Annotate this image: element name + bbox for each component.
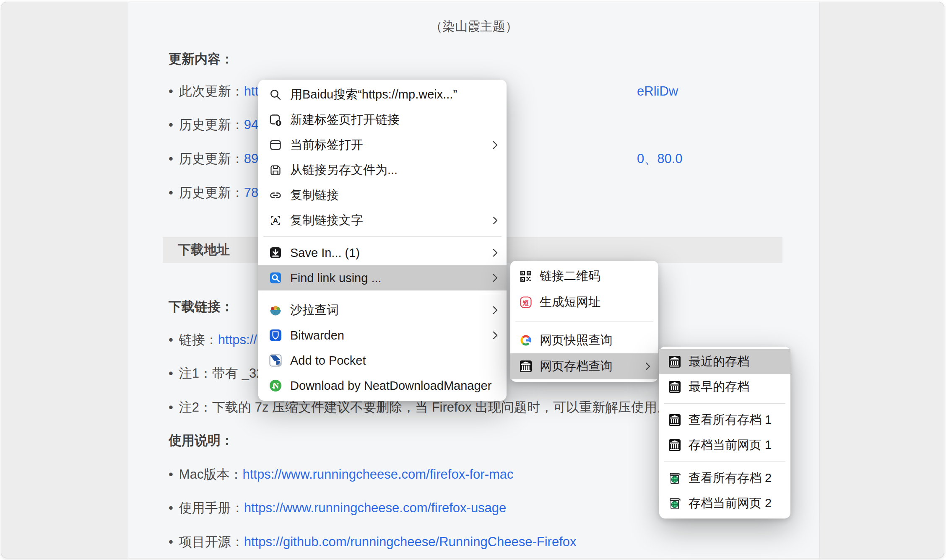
link-icon xyxy=(268,188,283,202)
history-89-link-fragment[interactable]: 0、80.0 xyxy=(637,150,683,168)
internet-archive-icon xyxy=(668,380,682,394)
usage-manual-link[interactable]: https://www.runningcheese.com/firefox-us… xyxy=(244,500,506,515)
archive-submenu: 最近的存档 最早的存档 查看所有存档 1 存档当前网页 1 查看所有存档 2 存… xyxy=(659,347,790,519)
bullet-history-94: •历史更新：94. xyxy=(169,116,262,134)
bullet-note-2: •注2：下载的 7z 压缩文件建议不要删除，当 Firefox 出现问题时，可以… xyxy=(169,398,670,417)
submenu-chevron-icon xyxy=(492,330,498,340)
menu-item-snapshot-query[interactable]: 网页快照查询 xyxy=(510,327,658,353)
menu-item-open-link-new-tab[interactable]: 新建标签页打开链接 xyxy=(258,107,507,132)
current-update-link-fragment[interactable]: eRliDw xyxy=(637,82,678,101)
search-icon xyxy=(268,88,283,102)
current-update-link[interactable]: htt xyxy=(244,84,258,99)
bullet-mac-version: •Mac版本：https://www.runningcheese.com/fir… xyxy=(169,465,514,484)
current-tab-icon xyxy=(268,138,283,152)
menu-item-copy-link[interactable]: 复制链接 xyxy=(258,183,507,208)
menu-item-latest-archive[interactable]: 最近的存档 xyxy=(659,349,790,374)
menu-item-add-to-pocket[interactable]: Add to Pocket xyxy=(258,348,507,373)
short-url-icon: 短 xyxy=(519,295,533,309)
menu-separator xyxy=(664,403,785,404)
menu-item-copy-link-text[interactable]: A 复制链接文字 xyxy=(258,208,507,233)
save-in-icon xyxy=(268,246,283,260)
menu-item-archive-current-2[interactable]: 存档当前网页 2 xyxy=(659,491,790,516)
menu-item-download-ndm[interactable]: N Download by NeatDownloadManager xyxy=(258,373,507,398)
page-title: （染山霞主题） xyxy=(128,18,819,35)
menu-item-baidu-search[interactable]: 用Baidu搜索“https://mp.weix...” xyxy=(258,82,507,107)
submenu-chevron-icon xyxy=(492,305,498,315)
menu-separator xyxy=(263,236,502,237)
submenu-chevron-icon xyxy=(492,273,498,283)
bullet-open-source: •项目开源：https://github.com/runningcheese/R… xyxy=(169,533,577,551)
archive-today-icon xyxy=(668,471,682,485)
submenu-chevron-icon xyxy=(645,361,651,371)
menu-separator xyxy=(263,294,502,294)
svg-text:N: N xyxy=(273,381,279,390)
open-source-link[interactable]: https://github.com/runningcheese/Running… xyxy=(244,534,577,549)
menu-separator xyxy=(515,321,653,321)
bullet-history-78: •历史更新：78. xyxy=(169,184,262,202)
menu-item-find-link-using[interactable]: Find link using ... xyxy=(258,265,507,290)
find-link-icon xyxy=(268,271,283,285)
archive-today-icon xyxy=(668,496,682,511)
menu-item-save-in[interactable]: Save In... (1) xyxy=(258,240,507,265)
bullet-usage-manual: •使用手册：https://www.runningcheese.com/fire… xyxy=(169,499,506,517)
submenu-chevron-icon xyxy=(492,140,498,150)
menu-item-archive-query[interactable]: 网页存档查询 xyxy=(510,353,658,379)
find-link-submenu: 链接二维码 短 生成短网址 网页快照查询 网页存档查询 xyxy=(510,261,658,382)
bullet-history-89: •历史更新：89. xyxy=(169,150,262,168)
internet-archive-icon xyxy=(519,359,533,373)
submenu-chevron-icon xyxy=(492,248,498,258)
download-link[interactable]: https:// xyxy=(218,332,257,347)
google-icon xyxy=(519,333,533,347)
neatdownloadmanager-icon: N xyxy=(268,379,283,393)
pocket-icon xyxy=(268,353,283,368)
mac-version-link[interactable]: https://www.runningcheese.com/firefox-fo… xyxy=(242,467,513,482)
menu-item-bitwarden[interactable]: Bitwarden xyxy=(258,323,507,348)
save-file-icon xyxy=(268,163,283,177)
bitwarden-icon xyxy=(268,328,283,342)
menu-item-view-all-archives-1[interactable]: 查看所有存档 1 xyxy=(659,407,790,433)
submenu-chevron-icon xyxy=(492,215,498,226)
section-header-updates: 更新内容： xyxy=(169,50,234,68)
menu-item-earliest-archive[interactable]: 最早的存档 xyxy=(659,374,790,399)
internet-archive-icon xyxy=(668,413,682,427)
menu-separator xyxy=(664,461,785,462)
salad-bowl-icon xyxy=(268,303,283,317)
svg-text:A: A xyxy=(273,217,278,225)
svg-text:短: 短 xyxy=(522,299,529,306)
qrcode-icon xyxy=(519,269,533,283)
bullet-download-link: •链接：https:// xyxy=(169,331,257,349)
internet-archive-icon xyxy=(668,355,682,369)
context-menu: 用Baidu搜索“https://mp.weix...” 新建标签页打开链接 当… xyxy=(258,80,507,401)
bullet-note-1: •注1：带有 _32 xyxy=(169,364,263,383)
bullet-current-update: •此次更新：htt xyxy=(169,82,258,101)
menu-item-view-all-archives-2[interactable]: 查看所有存档 2 xyxy=(659,466,790,491)
menu-item-short-url[interactable]: 短 生成短网址 xyxy=(510,289,658,315)
menu-item-archive-current-1[interactable]: 存档当前网页 1 xyxy=(659,433,790,458)
section-header-download-links: 下载链接： xyxy=(169,298,234,316)
new-tab-icon xyxy=(268,113,283,127)
menu-item-link-qrcode[interactable]: 链接二维码 xyxy=(510,263,658,289)
menu-item-salad-dict[interactable]: 沙拉查词 xyxy=(258,298,507,323)
section-header-usage: 使用说明： xyxy=(169,431,234,450)
internet-archive-icon xyxy=(668,438,682,452)
menu-item-save-link-as[interactable]: 从链接另存文件为... xyxy=(258,158,507,183)
menu-item-open-current-tab[interactable]: 当前标签打开 xyxy=(258,132,507,158)
copy-text-icon: A xyxy=(268,213,283,228)
